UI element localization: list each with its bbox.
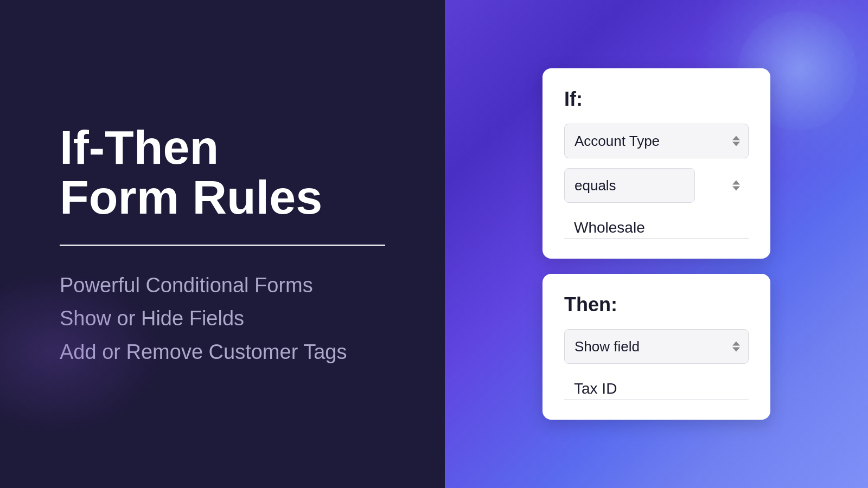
operator-select-arrow xyxy=(732,181,740,191)
then-card-title: Then: xyxy=(564,293,749,316)
left-panel: If-Then Form Rules Powerful Conditional … xyxy=(0,0,445,488)
if-card-title: If: xyxy=(564,88,749,111)
divider xyxy=(60,245,385,246)
operator-select-wrapper: equals does not equal contains starts wi… xyxy=(564,168,749,203)
headline: If-Then Form Rules xyxy=(60,123,385,223)
action-select-wrapper: Show field Hide field Add tag Remove tag xyxy=(564,329,749,364)
right-panel: If: Account Type Order Total Customer Ta… xyxy=(445,0,868,488)
if-card: If: Account Type Order Total Customer Ta… xyxy=(542,68,770,259)
operator-select[interactable]: equals does not equal contains starts wi… xyxy=(564,168,695,203)
feature-item-2: Show or Hide Fields xyxy=(60,305,385,332)
feature-item-1: Powerful Conditional Forms xyxy=(60,272,385,299)
condition-select[interactable]: Account Type Order Total Customer Tag Pr… xyxy=(564,124,749,158)
arrow-up-icon-2 xyxy=(732,181,740,185)
arrow-down-icon-2 xyxy=(732,187,740,191)
feature-item-3: Add or Remove Customer Tags xyxy=(60,339,385,365)
headline-line1: If-Then xyxy=(60,120,219,174)
then-value-text: Tax ID xyxy=(564,374,749,400)
action-select[interactable]: Show field Hide field Add tag Remove tag xyxy=(564,329,749,364)
headline-line2: Form Rules xyxy=(60,170,322,224)
feature-list: Powerful Conditional Forms Show or Hide … xyxy=(60,272,385,365)
condition-select-wrapper: Account Type Order Total Customer Tag Pr… xyxy=(564,124,749,158)
if-value-text: Wholesale xyxy=(564,213,749,239)
then-card: Then: Show field Hide field Add tag Remo… xyxy=(542,274,770,420)
